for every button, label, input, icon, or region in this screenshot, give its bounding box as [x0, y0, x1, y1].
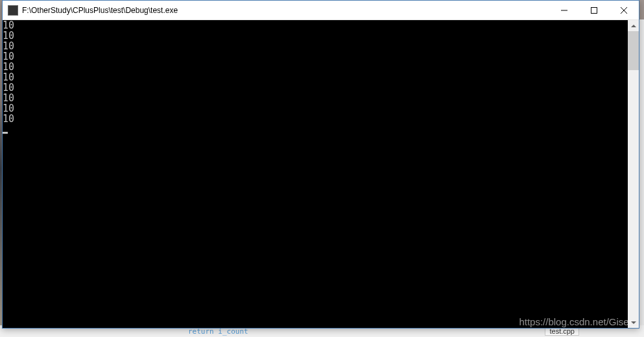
cursor: [3, 132, 8, 134]
console-area: 10101010101010101010: [3, 20, 639, 328]
console-line: 10: [3, 103, 628, 114]
vertical-scrollbar[interactable]: [628, 20, 639, 328]
console-line: 10: [3, 82, 628, 93]
close-button[interactable]: [609, 1, 639, 20]
console-line: 10: [3, 31, 628, 41]
console-line: 10: [3, 62, 628, 72]
minimize-icon: [561, 7, 567, 14]
chevron-down-icon: [631, 321, 636, 324]
console-line: 10: [3, 51, 628, 62]
console-line: 10: [3, 20, 628, 31]
console-line: 10: [3, 114, 628, 124]
console-window: F:\OtherStudy\CPlusPlus\test\Debug\test.…: [2, 0, 639, 329]
scroll-up-button[interactable]: [628, 20, 639, 31]
console-line: 10: [3, 72, 628, 82]
scrollbar-thumb[interactable]: [628, 31, 639, 70]
minimize-button[interactable]: [549, 1, 579, 20]
chevron-up-icon: [631, 25, 636, 27]
titlebar[interactable]: F:\OtherStudy\CPlusPlus\test\Debug\test.…: [3, 1, 639, 20]
console-line: 10: [3, 41, 628, 51]
close-icon: [621, 7, 627, 14]
scroll-down-button[interactable]: [628, 317, 639, 328]
svg-rect-1: [591, 8, 597, 14]
window-controls: [549, 1, 639, 19]
cursor-line: [3, 124, 628, 134]
maximize-button[interactable]: [579, 1, 609, 20]
maximize-icon: [591, 7, 597, 14]
window-title: F:\OtherStudy\CPlusPlus\test\Debug\test.…: [22, 6, 549, 15]
scrollbar-track[interactable]: [628, 31, 639, 317]
console-line: 10: [3, 93, 628, 103]
app-icon: [8, 5, 18, 16]
console-output[interactable]: 10101010101010101010: [3, 20, 628, 328]
